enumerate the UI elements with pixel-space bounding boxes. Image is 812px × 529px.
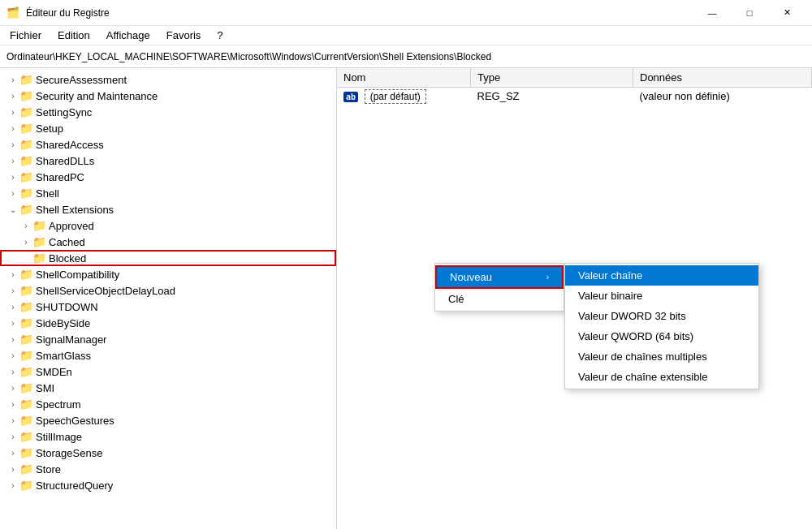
expand-icon bbox=[19, 250, 32, 266]
folder-icon: 📁 bbox=[19, 316, 32, 329]
expand-icon[interactable]: › bbox=[6, 185, 19, 201]
tree-item-sidebyside[interactable]: › 📁 SideBySide bbox=[0, 315, 336, 331]
tree-label: SMDEn bbox=[36, 366, 72, 378]
folder-icon: 📁 bbox=[19, 430, 32, 443]
expand-icon[interactable]: › bbox=[6, 153, 19, 169]
nouveau-label: Nouveau bbox=[450, 271, 492, 283]
expand-icon[interactable]: › bbox=[6, 477, 19, 493]
expand-icon[interactable]: › bbox=[6, 169, 19, 185]
tree-item-shell[interactable]: › 📁 Shell bbox=[0, 185, 336, 201]
tree-label: Shell bbox=[36, 187, 59, 200]
registry-data-cell: (valeur non définie) bbox=[633, 88, 812, 105]
table-row[interactable]: ab (par défaut) REG_SZ (valeur non défin… bbox=[337, 88, 812, 105]
tree-item-spectrum[interactable]: › 📁 Spectrum bbox=[0, 396, 336, 412]
tree-item-shareddlls[interactable]: › 📁 SharedDLLs bbox=[0, 153, 336, 169]
menu-fichier[interactable]: Fichier bbox=[3, 28, 48, 43]
submenu-valeur-chaines-multiples[interactable]: Valeur de chaînes multiples bbox=[565, 346, 758, 367]
tree-item-secureassessment[interactable]: › 📁 SecureAssessment bbox=[0, 71, 336, 88]
col-donnees[interactable]: Données bbox=[633, 68, 812, 88]
expand-icon[interactable]: › bbox=[6, 363, 19, 380]
tree-label: SideBySide bbox=[36, 317, 90, 329]
tree-label: SignalManager bbox=[36, 333, 106, 346]
address-path: Ordinateur\HKEY_LOCAL_MACHINE\SOFTWARE\M… bbox=[6, 51, 491, 62]
expand-icon[interactable]: › bbox=[6, 104, 19, 120]
tree-item-setup[interactable]: › 📁 Setup bbox=[0, 120, 336, 136]
submenu-label: Valeur de chaînes multiples bbox=[578, 351, 707, 363]
expand-icon[interactable]: › bbox=[6, 88, 19, 104]
address-bar[interactable]: Ordinateur\HKEY_LOCAL_MACHINE\SOFTWARE\M… bbox=[0, 45, 812, 68]
menu-favoris[interactable]: Favoris bbox=[160, 28, 208, 43]
submenu-valeur-qword[interactable]: Valeur QWORD (64 bits) bbox=[565, 326, 758, 346]
expand-icon[interactable]: › bbox=[6, 380, 19, 396]
tree-item-store[interactable]: › 📁 Store bbox=[0, 461, 336, 477]
submenu-valeur-chaine-extensible[interactable]: Valeur de chaîne extensible bbox=[565, 367, 758, 387]
tree-panel[interactable]: › 📁 SecureAssessment › 📁 Security and Ma… bbox=[0, 68, 337, 529]
submenu-label: Valeur binaire bbox=[578, 290, 642, 302]
menu-aide[interactable]: ? bbox=[210, 28, 229, 43]
col-type[interactable]: Type bbox=[471, 68, 633, 88]
expand-icon[interactable]: › bbox=[6, 120, 19, 136]
expand-icon[interactable]: › bbox=[6, 347, 19, 363]
col-nom[interactable]: Nom bbox=[337, 68, 471, 88]
tree-item-signalmanager[interactable]: › 📁 SignalManager bbox=[0, 331, 336, 347]
tree-item-smi[interactable]: › 📁 SMI bbox=[0, 380, 336, 396]
expand-icon[interactable]: › bbox=[6, 136, 19, 153]
tree-item-settingsync[interactable]: › 📁 SettingSync bbox=[0, 104, 336, 120]
tree-item-sharedpc[interactable]: › 📁 SharedPC bbox=[0, 169, 336, 185]
expand-icon[interactable]: › bbox=[6, 266, 19, 282]
expand-icon[interactable]: › bbox=[6, 412, 19, 428]
expand-icon[interactable]: › bbox=[6, 315, 19, 331]
menu-edition[interactable]: Edition bbox=[51, 28, 97, 43]
expand-icon[interactable]: › bbox=[6, 71, 19, 88]
expand-icon[interactable]: › bbox=[6, 461, 19, 477]
folder-icon: 📁 bbox=[19, 268, 32, 281]
tree-label: SHUTDOWN bbox=[36, 301, 98, 313]
submenu-valeur-binaire[interactable]: Valeur binaire bbox=[565, 286, 758, 306]
tree-item-shell-extensions[interactable]: ⌄ 📁 Shell Extensions bbox=[0, 201, 336, 217]
expand-icon[interactable]: › bbox=[6, 282, 19, 299]
context-menu-nouveau[interactable]: Nouveau › bbox=[435, 265, 564, 289]
title-bar: 🗂️ Éditeur du Registre — □ ✕ bbox=[0, 0, 812, 26]
tree-label: SharedPC bbox=[36, 171, 84, 183]
minimize-button[interactable]: — bbox=[693, 0, 731, 26]
expand-icon[interactable]: › bbox=[6, 331, 19, 347]
tree-item-smden[interactable]: › 📁 SMDEn bbox=[0, 363, 336, 380]
folder-icon: 📁 bbox=[19, 462, 32, 475]
tree-label: SpeechGestures bbox=[36, 415, 114, 427]
tree-item-stillimage[interactable]: › 📁 StillImage bbox=[0, 428, 336, 445]
tree-label: SharedAccess bbox=[36, 139, 104, 151]
maximize-button[interactable]: □ bbox=[731, 0, 768, 26]
tree-item-shellservice[interactable]: › 📁 ShellServiceObjectDelayLoad bbox=[0, 282, 336, 299]
tree-label: ShellCompatibility bbox=[36, 269, 119, 281]
submenu-label: Valeur DWORD 32 bits bbox=[578, 310, 686, 322]
tree-item-cached[interactable]: › 📁 Cached bbox=[0, 234, 336, 250]
tree-item-sharedaccess[interactable]: › 📁 SharedAccess bbox=[0, 136, 336, 153]
tree-item-approved[interactable]: › 📁 Approved bbox=[0, 217, 336, 234]
right-panel: Nom Type Données ab (par défaut) REG_SZ … bbox=[337, 68, 812, 529]
submenu-valeur-chaine[interactable]: Valeur chaîne bbox=[565, 265, 758, 286]
folder-icon: 📁 bbox=[32, 235, 45, 248]
tree-item-storagesense[interactable]: › 📁 StorageSense bbox=[0, 445, 336, 461]
tree-item-smartglass[interactable]: › 📁 SmartGlass bbox=[0, 347, 336, 363]
expand-icon[interactable]: › bbox=[6, 428, 19, 445]
expand-icon[interactable]: › bbox=[19, 217, 32, 234]
folder-icon: 📁 bbox=[19, 446, 32, 459]
submenu-valeur-dword[interactable]: Valeur DWORD 32 bits bbox=[565, 306, 758, 326]
folder-icon: 📁 bbox=[19, 105, 32, 118]
expand-icon[interactable]: ⌄ bbox=[6, 201, 19, 217]
folder-icon: 📁 bbox=[19, 284, 32, 297]
tree-item-structuredquery[interactable]: › 📁 StructuredQuery bbox=[0, 477, 336, 493]
menu-affichage[interactable]: Affichage bbox=[100, 28, 157, 43]
expand-icon[interactable]: › bbox=[19, 234, 32, 250]
tree-item-security-maintenance[interactable]: › 📁 Security and Maintenance bbox=[0, 88, 336, 104]
expand-icon[interactable]: › bbox=[6, 445, 19, 461]
expand-icon[interactable]: › bbox=[6, 299, 19, 315]
expand-icon[interactable]: › bbox=[6, 396, 19, 412]
ab-badge: ab bbox=[343, 92, 358, 102]
tree-item-blocked[interactable]: 📁 Blocked bbox=[0, 250, 336, 266]
tree-item-shutdown[interactable]: › 📁 SHUTDOWN bbox=[0, 299, 336, 315]
close-button[interactable]: ✕ bbox=[768, 0, 806, 26]
tree-item-shellcompat[interactable]: › 📁 ShellCompatibility bbox=[0, 266, 336, 282]
tree-item-speechgestures[interactable]: › 📁 SpeechGestures bbox=[0, 412, 336, 428]
context-menu-cle[interactable]: Clé bbox=[435, 289, 564, 309]
